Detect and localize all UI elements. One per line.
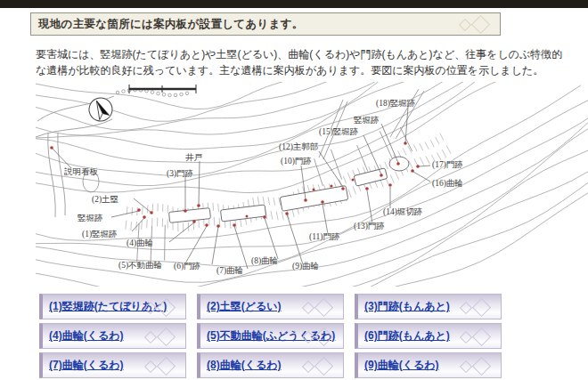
double-diamond-icon: [144, 358, 175, 374]
map-label: (5)不動曲輪: [118, 261, 162, 270]
map-label: (12)主郭部: [279, 142, 318, 151]
section-header-title: 現地の主要な箇所には案内板が設置してあります。: [31, 17, 304, 32]
castle-site-map: 説明看板 竪堀跡 (1)竪堀跡 (2)土塁 (3)門跡 井戸 (4)曲輪 (5)…: [36, 82, 588, 287]
info-board-link-grid: (1)竪堀跡(たてぼりあと) (2)土塁(どるい) (3)門跡(もんあと) (4…: [39, 294, 588, 378]
double-diamond-icon: [144, 299, 175, 315]
map-label: (7)曲輪: [216, 266, 243, 275]
link-1-tateboriato[interactable]: (1)竪堀跡(たてぼりあと): [39, 294, 186, 319]
map-label: (9)曲輪: [292, 262, 319, 271]
enclosure-shapes: [168, 157, 409, 222]
link-6-monato[interactable]: (6)門跡(もんあと): [355, 323, 502, 349]
north-arrow-icon: [86, 94, 117, 125]
map-label: (15)竪堀跡: [319, 127, 358, 136]
map-label: (10)門跡: [281, 157, 312, 166]
double-diamond-icon: [302, 358, 332, 374]
contour-lines: [36, 82, 588, 287]
double-diamond-icon: [460, 358, 490, 374]
link-2-dorui[interactable]: (2)土塁(どるい): [197, 294, 344, 319]
map-label: (4)曲輪: [127, 239, 153, 247]
map-label: (3)門跡: [167, 169, 193, 178]
map-label: (1)竪堀跡: [82, 230, 118, 239]
link-label: (2)土塁(どるい): [207, 299, 282, 314]
map-label: (16)曲輪: [432, 179, 463, 188]
link-8-kuruwa[interactable]: (8)曲輪(くるわ): [197, 352, 344, 378]
map-label: 竪堀跡: [78, 214, 103, 222]
link-label: (3)門跡(もんあと): [364, 299, 450, 314]
map-label: (2)土塁: [92, 195, 118, 204]
link-5-fudoukuruwa[interactable]: (5)不動曲輪(ふどうくるわ): [197, 323, 344, 349]
leader-lines: [52, 107, 430, 269]
double-diamond-icon: [460, 328, 490, 344]
map-label: (11)門跡: [309, 232, 339, 241]
map-label: 井戸: [185, 153, 202, 162]
map-label: 竪堀跡: [354, 116, 380, 125]
intro-paragraph: 要害城には、竪堀跡(たてぼりあと)や土塁(どるい)、曲輪(くるわ)や門跡(もんあ…: [36, 46, 567, 78]
top-black-bar: [0, 0, 588, 8]
map-label: 説明看板: [64, 167, 98, 176]
map-label: (13)門跡: [354, 222, 385, 230]
double-diamond-icon: [302, 328, 332, 344]
section-header: 現地の主要な箇所には案内板が設置してあります。: [30, 12, 501, 36]
double-diamond-icon: [144, 328, 175, 344]
link-label: (6)門跡(もんあと): [364, 328, 450, 344]
link-4-kuruwa[interactable]: (4)曲輪(くるわ): [39, 323, 186, 349]
link-9-kuruwa[interactable]: (9)曲輪(くるわ): [355, 352, 502, 378]
double-diamond-icon: [459, 16, 489, 32]
map-label: (6)門跡: [174, 262, 200, 271]
map-label: (18)竪堀跡: [376, 99, 415, 108]
link-7-kuruwa[interactable]: (7)曲輪(くるわ): [39, 352, 186, 378]
link-label: (7)曲輪(くるわ): [49, 358, 124, 373]
link-label: (8)曲輪(くるわ): [207, 358, 282, 373]
map-label: (14)堀切跡: [383, 207, 422, 216]
double-diamond-icon: [460, 299, 490, 315]
site-map-drawing: [36, 82, 588, 287]
link-3-monato[interactable]: (3)門跡(もんあと): [355, 294, 502, 319]
map-label: (8)曲輪: [251, 256, 278, 265]
link-label: (9)曲輪(くるわ): [364, 358, 439, 373]
map-label: (17)門跡: [432, 160, 463, 169]
link-label: (4)曲輪(くるわ): [49, 328, 124, 344]
double-diamond-icon: [302, 299, 332, 315]
